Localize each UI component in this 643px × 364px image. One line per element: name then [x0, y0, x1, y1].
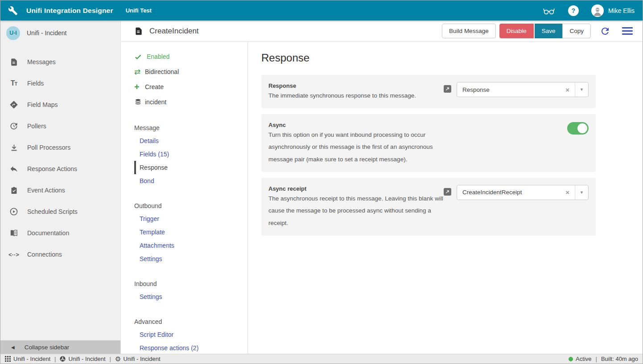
- nav-item-details[interactable]: Details: [134, 134, 247, 147]
- sidebar-item-label: Scheduled Scripts: [27, 208, 78, 215]
- context-label: Unifi - Incident: [13, 356, 50, 362]
- context-app-item[interactable]: Unifi - Incident: [5, 356, 50, 362]
- collapse-sidebar-button[interactable]: ◀ Collapse sidebar: [0, 340, 120, 354]
- sidebar-item-label: Fields: [27, 80, 44, 87]
- disable-button[interactable]: Disable: [499, 24, 534, 38]
- nav-section-title: Message: [134, 121, 247, 134]
- check-icon: [134, 53, 145, 61]
- status-create[interactable]: + Create: [134, 79, 247, 94]
- clear-icon[interactable]: ×: [560, 86, 575, 93]
- nav-item-fields[interactable]: Fields (15): [134, 147, 247, 161]
- sidebar-item-field-maps[interactable]: Field Maps: [0, 94, 120, 115]
- nav-section-message: Message Details Fields (15) Response Bon…: [134, 121, 247, 188]
- field-label: Async receipt: [268, 185, 444, 192]
- sidebar-item-scheduled-scripts[interactable]: Scheduled Scripts: [0, 201, 120, 222]
- status-enabled[interactable]: Enabled: [134, 49, 247, 64]
- sidebar-item-poll-processors[interactable]: Poll Processors: [0, 137, 120, 158]
- nav-item-response[interactable]: Response: [134, 161, 247, 174]
- sidebar-item-label: Poll Processors: [27, 144, 70, 151]
- page-header: CreateIncident Build Message Disable Sav…: [121, 20, 643, 42]
- async-toggle[interactable]: [567, 122, 589, 135]
- nav-item-response-actions[interactable]: Response actions (2): [134, 341, 247, 354]
- async-receipt-panel: Async receipt The asynchronous receipt t…: [261, 178, 596, 236]
- sidebar-item-event-actions[interactable]: Event Actions: [0, 180, 120, 201]
- nav-item-bond[interactable]: Bond: [134, 174, 247, 188]
- plus-icon: +: [134, 82, 145, 91]
- nav-section-outbound: Outbound Trigger Template Attachments Se…: [134, 199, 247, 266]
- main-content: Response Response The immediate synchron…: [248, 42, 643, 354]
- help-icon[interactable]: ?: [568, 5, 579, 16]
- async-receipt-select[interactable]: CreateIncidentReceipt × ▼: [457, 185, 589, 200]
- database-icon: [134, 98, 145, 106]
- async-receipt-select-value: CreateIncidentReceipt: [457, 189, 560, 196]
- app-avatar: U-I: [6, 26, 20, 40]
- context-label: Unifi - Incident: [123, 356, 160, 362]
- async-panel: Async Turn this option on if you want in…: [261, 114, 596, 172]
- documentation-icon: [8, 228, 19, 238]
- nav-item-attachments[interactable]: Attachments: [134, 239, 247, 252]
- sidebar-item-label: Documentation: [27, 229, 69, 237]
- sidebar-item-fields[interactable]: TT Fields: [0, 73, 120, 94]
- status-incident-table[interactable]: incident: [134, 94, 247, 110]
- app-window: Unifi Integration Designer Unifi Test ? …: [0, 0, 643, 364]
- field-description: The immediate synchronous response to th…: [268, 90, 444, 102]
- wrench-icon: [8, 5, 18, 16]
- nav-item-trigger[interactable]: Trigger: [134, 212, 247, 225]
- nav-item-script-editor[interactable]: Script Editor: [134, 328, 247, 341]
- sidebar-item-label: Connections: [27, 251, 62, 258]
- response-select[interactable]: Response × ▼: [457, 82, 589, 97]
- top-bar: Unifi Integration Designer Unifi Test ? …: [0, 0, 643, 20]
- environment-name[interactable]: Unifi Test: [126, 7, 152, 14]
- status-label: Enabled: [145, 53, 169, 60]
- open-record-icon[interactable]: [444, 188, 451, 196]
- field-maps-icon: [8, 99, 19, 110]
- open-record-icon[interactable]: [444, 85, 451, 93]
- sidebar-app-header[interactable]: U-I Unifi - Incident: [0, 20, 120, 45]
- context-integration-item[interactable]: Unifi - Incident: [60, 356, 105, 362]
- sidebar-item-messages[interactable]: Messages: [0, 51, 120, 73]
- status-label: Bidirectional: [145, 68, 179, 75]
- sidebar-item-label: Field Maps: [27, 101, 58, 108]
- field-description: The asynchronous receipt to this message…: [268, 192, 444, 229]
- bidirectional-icon: ⇄: [134, 68, 145, 76]
- field-label: Async: [268, 122, 465, 128]
- response-select-value: Response: [457, 86, 560, 93]
- section-title: Response: [261, 52, 629, 64]
- save-button[interactable]: Save: [535, 24, 563, 38]
- chevron-down-icon[interactable]: ▼: [575, 82, 588, 97]
- page-title: CreateIncident: [149, 27, 199, 36]
- chevron-down-icon[interactable]: ▼: [575, 185, 588, 200]
- nav-section-title: Outbound: [134, 199, 247, 212]
- refresh-icon[interactable]: [600, 26, 610, 37]
- nav-item-template[interactable]: Template: [134, 225, 247, 239]
- scheduled-scripts-icon: [8, 206, 19, 217]
- separator: |: [596, 356, 597, 362]
- collapse-sidebar-label: Collapse sidebar: [25, 344, 70, 351]
- collapse-arrow-icon: ◀: [11, 345, 15, 350]
- hamburger-menu-icon[interactable]: [622, 27, 633, 35]
- context-settings-item[interactable]: ⚙ Unifi - Incident: [115, 356, 161, 362]
- sidebar-item-pollers[interactable]: Pollers: [0, 115, 120, 137]
- status-bidirectional[interactable]: ⇄ Bidirectional: [134, 64, 247, 79]
- nav-item-inbound-settings[interactable]: Settings: [134, 290, 247, 303]
- user-avatar[interactable]: [591, 4, 604, 17]
- sidebar-item-response-actions[interactable]: Response Actions: [0, 158, 120, 180]
- user-name[interactable]: Mike Ellis: [608, 7, 635, 14]
- app-name: Unifi - Incident: [27, 29, 66, 37]
- sidebar-item-connections[interactable]: <··> Connections: [0, 244, 120, 265]
- glasses-icon[interactable]: [542, 6, 556, 16]
- field-label: Response: [268, 82, 444, 89]
- poll-processors-icon: [8, 142, 19, 153]
- status-label: incident: [145, 98, 166, 106]
- copy-button[interactable]: Copy: [562, 24, 591, 38]
- sidebar-items: Messages TT Fields Field Maps Pol: [0, 45, 120, 340]
- helm-icon: [60, 356, 66, 362]
- build-message-button[interactable]: Build Message: [442, 24, 496, 38]
- nav-item-outbound-settings[interactable]: Settings: [134, 252, 247, 266]
- response-panel: Response The immediate synchronous respo…: [261, 75, 596, 108]
- fields-icon: TT: [8, 78, 19, 89]
- built-timestamp: Built: 40m ago: [601, 356, 638, 362]
- sidebar-item-documentation[interactable]: Documentation: [0, 222, 120, 244]
- status-label: Create: [145, 83, 164, 90]
- clear-icon[interactable]: ×: [560, 189, 575, 196]
